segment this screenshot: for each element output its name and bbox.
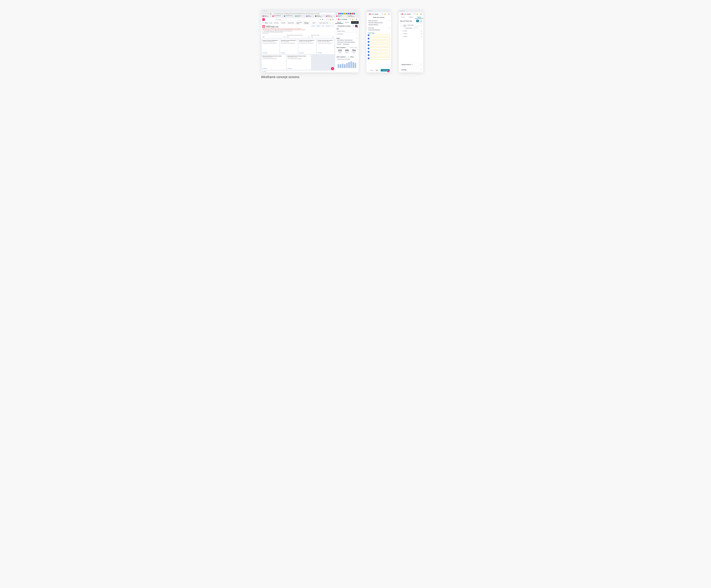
app-launcher-icon[interactable]: ⠿ xyxy=(262,22,263,24)
help-fab[interactable]: ? xyxy=(331,67,334,70)
nav-cases[interactable]: Cases▾ xyxy=(312,22,316,23)
weeks-dropdown[interactable]: Weeks ⌄ xyxy=(350,56,354,58)
bookmark-other[interactable]: » Other Bookmarks xyxy=(347,15,357,17)
help-icon[interactable]: ? xyxy=(326,19,326,20)
expand-icon[interactable]: ⤢ xyxy=(296,40,297,41)
global-search[interactable]: 🔍Search... xyxy=(275,18,302,21)
more-actions-button[interactable]: ▾ xyxy=(331,25,334,27)
avatar[interactable] xyxy=(420,13,422,15)
search-icon[interactable]: 🔍 xyxy=(349,18,351,20)
filter-daterange[interactable]: Last 30 Days⌄ xyxy=(337,33,358,35)
nav-contacts[interactable]: Contacts▾ xyxy=(281,22,286,23)
nav-fwd-icon[interactable]: › xyxy=(265,13,266,15)
view-report-link[interactable]: View Report xyxy=(299,52,315,53)
subscribe-button[interactable]: Subscribe xyxy=(325,25,331,27)
back-icon[interactable]: ‹ xyxy=(337,25,337,27)
edit-nav-icon[interactable]: ✎ xyxy=(333,22,334,24)
expand-icon[interactable]: ⤢ xyxy=(285,56,285,57)
ext-icon[interactable] xyxy=(353,13,355,14)
view-report-link[interactable]: View Report xyxy=(281,52,297,53)
step-checkbox[interactable]: ✓ xyxy=(368,48,369,49)
guide-step[interactable]: ✓ xyxy=(368,47,390,49)
tab-guidance[interactable]: Guidance xyxy=(407,16,415,19)
nav-back-icon[interactable]: ‹ xyxy=(262,13,264,15)
edit-icon[interactable]: ✎ xyxy=(419,25,420,26)
star-icon[interactable]: ☆ xyxy=(336,13,338,15)
overflow-icon[interactable]: ⋮ xyxy=(356,13,358,15)
close-icon[interactable]: × xyxy=(330,22,331,23)
bell-icon[interactable]: 🔔 xyxy=(384,13,386,15)
tab-tagging[interactable]: Tagging xyxy=(415,16,423,19)
edit-icon[interactable]: ✎ xyxy=(357,38,358,39)
help-icon[interactable]: ? xyxy=(419,13,419,15)
nav-accounts[interactable]: Accounts▾ xyxy=(274,22,279,23)
tree-frame-row[interactable]: ▢ Frame 3 🗑 xyxy=(400,36,422,38)
flag-icon[interactable]: ⚑ xyxy=(352,25,354,27)
nav-home[interactable]: Home xyxy=(270,22,272,23)
step-checkbox[interactable]: ✓ xyxy=(368,38,369,39)
guide-step[interactable]: ✓ xyxy=(368,38,390,40)
url-bar[interactable]: pendo.lightning.force.com/lightning/r/Da… xyxy=(272,13,335,15)
sitewide-features-accordion[interactable]: Sitewide Features (20) › xyxy=(400,63,422,66)
star-icon[interactable]: ★ xyxy=(320,19,321,20)
create-guide-button[interactable]: Create Guide▯ xyxy=(381,69,390,71)
bookmark-item[interactable]: Pendo Storybook xyxy=(326,15,335,17)
avatar[interactable] xyxy=(356,18,358,20)
cancel-button[interactable]: Cancel xyxy=(370,70,373,71)
step-input[interactable] xyxy=(370,57,390,60)
expand-icon[interactable]: ⤢ xyxy=(278,40,279,41)
step-checkbox[interactable]: ✓ xyxy=(368,58,369,59)
step-input[interactable] xyxy=(370,38,390,40)
view-journeys-button[interactable]: View Journeys xyxy=(351,21,359,24)
ext-icon[interactable] xyxy=(348,13,349,14)
ext-icon[interactable] xyxy=(350,13,351,14)
heat-map-accordion[interactable]: Heat Map › xyxy=(400,68,422,71)
step-checkbox[interactable]: ✓ xyxy=(368,35,369,36)
tab-guidance[interactable]: Guidance xyxy=(343,21,351,24)
help-icon[interactable]: ? xyxy=(354,18,355,20)
help-icon[interactable]: ? xyxy=(387,13,387,15)
step-input[interactable] xyxy=(370,51,390,53)
ext-icon[interactable] xyxy=(351,13,353,14)
guide-step[interactable]: ✓ xyxy=(368,51,390,53)
tab-process[interactable]: Process xyxy=(399,16,407,19)
guide-step[interactable]: ✓ xyxy=(368,57,390,60)
nav-opportunities[interactable]: Opportunities▾ xyxy=(287,22,295,23)
filter-browser[interactable]: Browser: Chrome⌄ xyxy=(337,30,358,32)
step-input[interactable] xyxy=(370,47,390,49)
follow-button[interactable]: + Follow xyxy=(310,25,316,27)
bell-icon[interactable]: 🔔 xyxy=(352,18,353,20)
ext-icon[interactable] xyxy=(340,13,342,14)
trash-icon[interactable]: 🗑 xyxy=(421,33,422,34)
sf-cloud-logo[interactable]: ➹ xyxy=(262,18,265,21)
tree-feature-row[interactable]: └ ⟳ Refresh Button - processing xyxy=(400,27,422,29)
avatar[interactable] xyxy=(332,19,334,20)
bookmark-item[interactable]: Team Wisteria xyxy=(306,15,314,17)
bookmark-item[interactable]: Atlas Dev Enviro… xyxy=(295,15,305,17)
step-checkbox[interactable]: ✓ xyxy=(368,41,369,43)
filter-select[interactable]: All▾ xyxy=(286,36,309,38)
step-checkbox[interactable]: ✓ xyxy=(368,51,369,52)
hamburger-icon[interactable]: ≡ xyxy=(368,13,369,15)
step-input[interactable] xyxy=(370,54,390,56)
ext-icon[interactable] xyxy=(342,13,344,14)
bookmark-item[interactable]: Adopt Roadmap xyxy=(263,15,271,17)
tree-page-row[interactable]: ▾ 🗎 Home >> Adopt Target Lists - process… xyxy=(400,24,422,27)
edit-icon[interactable]: ✎ xyxy=(389,20,390,21)
step-input[interactable] xyxy=(370,34,390,36)
guide-impact-select[interactable]: Select a Guide to View Impact⌄ xyxy=(337,58,358,60)
view-report-link[interactable]: View Report xyxy=(287,68,310,69)
bookmark-item[interactable]: Resource Center… xyxy=(336,15,346,17)
step-input[interactable] xyxy=(370,41,390,43)
filter-select[interactable]: All▾ xyxy=(311,36,334,38)
guide-step[interactable]: ✓ xyxy=(368,44,390,46)
bell-icon[interactable]: 🔔 xyxy=(329,19,331,20)
nav-reload-icon[interactable]: ⟳ xyxy=(267,13,269,15)
hamburger-icon[interactable]: ≡ xyxy=(400,13,401,15)
guide-step[interactable]: ✓ xyxy=(368,41,390,43)
gear-icon[interactable]: ⚙ xyxy=(327,19,328,20)
edit-icon[interactable]: ✎ xyxy=(389,27,390,28)
search-icon[interactable]: 🔍 xyxy=(382,13,383,15)
guide-step[interactable]: ✓ xyxy=(368,54,390,56)
bell-icon[interactable]: 🔔 xyxy=(416,13,418,15)
